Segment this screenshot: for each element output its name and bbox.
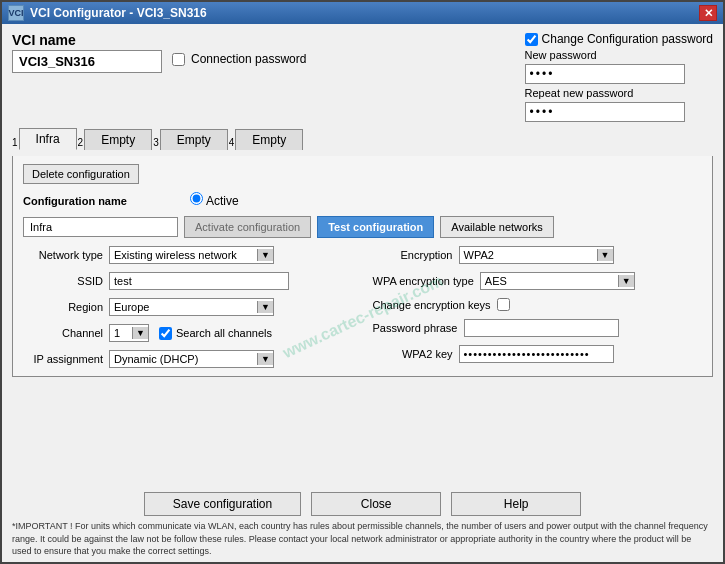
wpa2-key-input[interactable] — [459, 345, 614, 363]
active-radio-container: Active — [190, 194, 238, 208]
window-title: VCI Configurator - VCI3_SN316 — [30, 6, 207, 20]
top-section: VCI name Connection password Change Conf… — [12, 32, 713, 122]
ip-select[interactable]: Dynamic (DHCP) ▼ — [109, 350, 274, 368]
tab-empty-2[interactable]: Empty — [84, 129, 152, 150]
wpa-enc-type-value: AES — [481, 273, 618, 289]
wpa-enc-type-select[interactable]: AES ▼ — [480, 272, 635, 290]
form-left: Network type Existing wireless network ▼… — [23, 246, 353, 368]
config-inputs-row: Activate configuration Test configuratio… — [23, 216, 702, 238]
conn-password-block: Connection password — [172, 52, 306, 66]
title-bar: VCI VCI Configurator - VCI3_SN316 ✕ — [2, 2, 723, 24]
wpa-enc-type-row: WPA encryption type AES ▼ — [373, 272, 703, 290]
pass-phrase-row: Password phrase — [373, 319, 703, 337]
network-type-value: Existing wireless network — [110, 247, 257, 263]
close-button[interactable]: ✕ — [699, 5, 717, 21]
test-config-button[interactable]: Test configuration — [317, 216, 434, 238]
save-config-button[interactable]: Save configuration — [144, 492, 301, 516]
channel-label: Channel — [23, 327, 103, 339]
bottom-buttons: Save configuration Close Help — [2, 486, 723, 518]
new-password-group: New password — [525, 49, 713, 84]
config-name-input[interactable] — [23, 217, 178, 237]
tabs-wrapper: 1 Infra 2 Empty 3 Empty 4 Empty — [12, 128, 713, 150]
change-config-header: Change Configuration password — [525, 32, 713, 46]
pass-phrase-label: Password phrase — [373, 322, 458, 334]
change-enc-row: Change encryption keys — [373, 298, 703, 311]
encryption-arrow[interactable]: ▼ — [597, 249, 613, 261]
panel-wrapper: www.cartec-repair.com Delete configurati… — [12, 156, 713, 478]
change-config-block: Change Configuration password New passwo… — [525, 32, 713, 122]
pass-phrase-input[interactable] — [464, 319, 619, 337]
tab-infra[interactable]: Infra — [19, 128, 77, 150]
conn-password-checkbox[interactable] — [172, 53, 185, 66]
new-password-label: New password — [525, 49, 713, 61]
tab-empty-4[interactable]: Empty — [235, 129, 303, 150]
active-radio[interactable] — [190, 192, 203, 205]
delete-config-button[interactable]: Delete configuration — [23, 164, 139, 184]
panel-top-controls: Delete configuration — [23, 164, 702, 184]
close-button-bottom[interactable]: Close — [311, 492, 441, 516]
wpa2-key-row: WPA2 key — [373, 345, 703, 363]
active-radio-label: Active — [206, 194, 239, 208]
config-name-col: Configuration name Active — [23, 192, 239, 208]
main-panel: Delete configuration Configuration name … — [12, 156, 713, 377]
content-area: VCI name Connection password Change Conf… — [2, 24, 723, 486]
change-enc-checkbox[interactable] — [497, 298, 510, 311]
channel-select[interactable]: 1 ▼ — [109, 324, 149, 342]
repeat-password-input[interactable] — [525, 102, 685, 122]
config-name-label: Configuration name — [23, 195, 127, 207]
repeat-password-label: Repeat new password — [525, 87, 713, 99]
tab2-number: 2 — [78, 137, 84, 148]
encryption-value: WPA2 — [460, 247, 597, 263]
ip-value: Dynamic (DHCP) — [110, 351, 257, 367]
conn-password-label: Connection password — [191, 52, 306, 66]
search-all-label: Search all channels — [176, 327, 272, 339]
region-row: Region Europe ▼ — [23, 298, 353, 316]
main-window: VCI VCI Configurator - VCI3_SN316 ✕ VCI … — [0, 0, 725, 564]
new-password-input[interactable] — [525, 64, 685, 84]
channel-row: Channel 1 ▼ Search all channels — [23, 324, 353, 342]
change-config-label: Change Configuration password — [542, 32, 713, 46]
tab-empty-3[interactable]: Empty — [160, 129, 228, 150]
tab3-number: 3 — [153, 137, 159, 148]
vci-name-label: VCI name — [12, 32, 162, 48]
vci-name-input[interactable] — [12, 50, 162, 73]
search-all-row: Search all channels — [159, 327, 272, 340]
tab1-number: 1 — [12, 137, 18, 148]
network-type-select[interactable]: Existing wireless network ▼ — [109, 246, 274, 264]
wpa-enc-type-label: WPA encryption type — [373, 275, 474, 287]
change-enc-label: Change encryption keys — [373, 299, 491, 311]
channel-value: 1 — [110, 325, 132, 341]
title-bar-left: VCI VCI Configurator - VCI3_SN316 — [8, 5, 207, 21]
repeat-password-group: Repeat new password — [525, 87, 713, 122]
network-type-row: Network type Existing wireless network ▼ — [23, 246, 353, 264]
search-all-checkbox[interactable] — [159, 327, 172, 340]
form-grid: Network type Existing wireless network ▼… — [23, 246, 702, 368]
region-select[interactable]: Europe ▼ — [109, 298, 274, 316]
ip-arrow[interactable]: ▼ — [257, 353, 273, 365]
encryption-label: Encryption — [373, 249, 453, 261]
help-button[interactable]: Help — [451, 492, 581, 516]
wpa2-key-label: WPA2 key — [373, 348, 453, 360]
region-label: Region — [23, 301, 103, 313]
footnote: *IMPORTANT ! For units which communicate… — [2, 518, 723, 562]
channel-arrow[interactable]: ▼ — [132, 327, 148, 339]
ip-row: IP assignment Dynamic (DHCP) ▼ — [23, 350, 353, 368]
encryption-row: Encryption WPA2 ▼ — [373, 246, 703, 264]
ssid-row: SSID — [23, 272, 353, 290]
wpa-enc-type-arrow[interactable]: ▼ — [618, 275, 634, 287]
region-value: Europe — [110, 299, 257, 315]
ip-label: IP assignment — [23, 353, 103, 365]
change-config-checkbox[interactable] — [525, 33, 538, 46]
form-right: Encryption WPA2 ▼ WPA encryption type AE… — [373, 246, 703, 368]
ssid-input[interactable] — [109, 272, 289, 290]
ssid-label: SSID — [23, 275, 103, 287]
vci-name-block: VCI name — [12, 32, 162, 73]
activate-config-button[interactable]: Activate configuration — [184, 216, 311, 238]
available-networks-button[interactable]: Available networks — [440, 216, 554, 238]
app-icon: VCI — [8, 5, 24, 21]
tab4-number: 4 — [229, 137, 235, 148]
config-name-row: Configuration name Active — [23, 192, 702, 208]
encryption-select[interactable]: WPA2 ▼ — [459, 246, 614, 264]
region-arrow[interactable]: ▼ — [257, 301, 273, 313]
network-type-arrow[interactable]: ▼ — [257, 249, 273, 261]
